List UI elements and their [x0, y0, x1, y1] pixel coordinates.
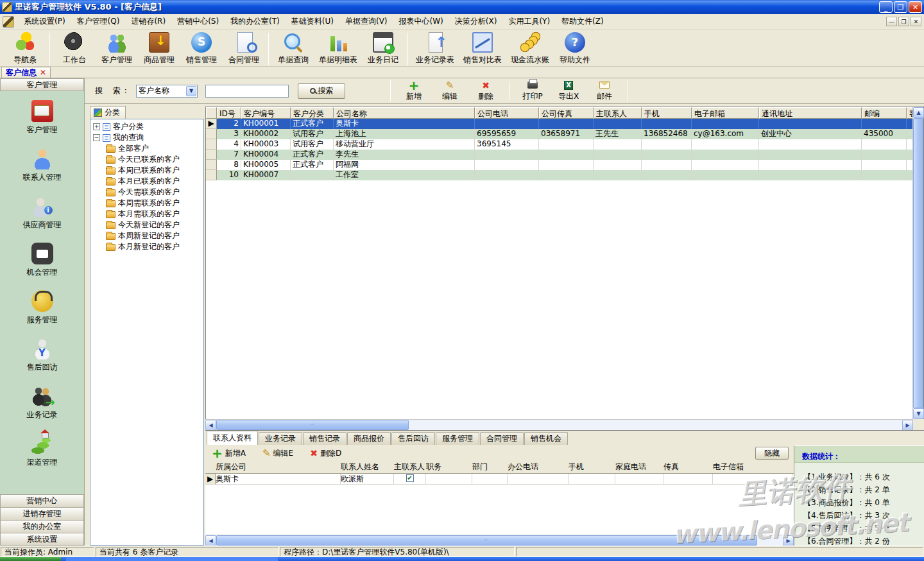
tree-leaf[interactable]: 本月需联系的客户	[92, 209, 202, 220]
scroll-down-icon[interactable]: ▼	[913, 408, 924, 419]
edit-contact-button[interactable]: ✎编辑E	[262, 447, 301, 459]
column-header[interactable]: 电子信箱	[713, 462, 792, 473]
tree-leaf[interactable]: 今天已联系的客户	[92, 154, 202, 165]
table-row[interactable]: 7KH00004正式客户李先生	[206, 150, 912, 160]
table-row[interactable]: ▶2KH00001正式客户奥斯卡	[206, 119, 912, 129]
sidebar-item-business-record[interactable]: 业务记录	[27, 385, 58, 420]
scrollbar-thumb[interactable]	[216, 535, 757, 546]
start-button[interactable]	[0, 557, 61, 561]
menu-item[interactable]: 实用工具(Y)	[502, 14, 556, 29]
column-header[interactable]: 主联系人	[594, 107, 642, 119]
sidebar-item-service-mgmt[interactable]: 服务管理	[27, 290, 58, 325]
restore-button[interactable]: ❐	[894, 1, 907, 13]
toolbar-button-cash-flow[interactable]: 现金流水账	[506, 32, 554, 65]
tree-leaf[interactable]: 本周已联系的客户	[92, 165, 202, 176]
menu-item[interactable]: 基础资料(U)	[286, 14, 339, 29]
column-header[interactable]: ID号	[217, 107, 241, 119]
mdi-close-button[interactable]: ✕	[911, 17, 921, 26]
menu-item[interactable]: 帮助文件(Z)	[556, 14, 610, 29]
tree-leaf[interactable]: 本周新登记的客户	[92, 230, 202, 241]
table-row[interactable]: ▶奥斯卡欧派斯✔	[205, 474, 794, 485]
toolbar-button-goods[interactable]: 商品管理	[138, 32, 180, 65]
horizontal-scrollbar[interactable]: ◀ ▶	[205, 419, 913, 430]
delete-contact-button[interactable]: ✖删除D	[310, 447, 349, 459]
delete-button[interactable]: ✖删除	[468, 80, 504, 102]
search-field-select[interactable]: 客户名称 ▼	[136, 85, 198, 98]
menu-item[interactable]: 营销中心(S)	[171, 14, 225, 29]
detail-tab-3[interactable]: 销售记录	[303, 432, 346, 445]
column-header[interactable]: 手机	[569, 462, 615, 473]
sidebar-item-channel-mgmt[interactable]: 渠道管理	[27, 433, 58, 468]
toolbar-button-doc-query[interactable]: 单据查询	[272, 32, 314, 65]
add-button[interactable]: +新增	[396, 80, 432, 102]
hide-button[interactable]: 隐藏	[755, 447, 789, 460]
column-header[interactable]: 联系人姓名	[341, 462, 394, 473]
add-contact-button[interactable]: +新增A	[212, 447, 253, 459]
column-header[interactable]: 办公电话	[508, 462, 569, 473]
tree-leaf[interactable]: 本月已联系的客户	[92, 176, 202, 187]
sidebar-item-after-sale-callback[interactable]: 售后回访	[27, 338, 58, 373]
table-row[interactable]: 10KH00007工作室	[206, 170, 912, 180]
detail-tab-5[interactable]: 售后回访	[391, 432, 435, 445]
horizontal-scrollbar[interactable]: ◀ ▶	[205, 535, 794, 546]
column-header[interactable]: 职务	[426, 462, 472, 473]
detail-tab-6[interactable]: 服务管理	[436, 432, 479, 445]
minimize-button[interactable]: _	[879, 1, 893, 13]
sidebar-group-button[interactable]: 我的办公室	[0, 520, 84, 533]
tree-leaf[interactable]: 全部客户	[92, 143, 202, 154]
sidebar-item-supplier-mgmt[interactable]: 供应商管理	[23, 195, 62, 230]
collapse-icon[interactable]: −	[93, 134, 100, 141]
export-button[interactable]: X导出X	[551, 80, 586, 102]
menu-item[interactable]: 单据查询(V)	[339, 14, 393, 29]
toolbar-button-contract[interactable]: 合同管理	[223, 32, 265, 65]
detail-tab-8[interactable]: 销售机会	[524, 432, 568, 445]
menu-item[interactable]: 我的办公室(T)	[225, 14, 286, 29]
menu-item[interactable]: 系统设置(P)	[18, 14, 71, 29]
column-header[interactable]: 客户编号	[241, 107, 291, 119]
detail-tab-2[interactable]: 业务记录	[259, 432, 302, 445]
column-header[interactable]: 传真	[663, 462, 713, 473]
sidebar-group-button[interactable]: 系统设置	[0, 533, 84, 546]
tree-leaf[interactable]: 今天新登记的客户	[92, 220, 202, 230]
column-header[interactable]: 手机	[642, 107, 692, 119]
toolbar-button-sales-compare[interactable]: 销售对比表	[459, 32, 506, 65]
table-row[interactable]: 8KH00005正式客户阿福网	[206, 160, 912, 170]
scroll-left-icon[interactable]: ◀	[205, 420, 216, 431]
column-header[interactable]: 所属公司	[216, 462, 341, 473]
column-header[interactable]: 公司电话	[475, 107, 539, 119]
tree-leaf[interactable]: 本周需联系的客户	[92, 198, 202, 209]
sidebar-group-button[interactable]: 进销存管理	[0, 507, 84, 520]
scroll-right-icon[interactable]: ▶	[783, 535, 794, 546]
tab-customer-info[interactable]: 客户信息 ✕	[1, 67, 51, 78]
detail-tab-7[interactable]: 合同管理	[480, 432, 524, 445]
column-header[interactable]: 客户分类	[291, 107, 334, 119]
toolbar-button-help[interactable]: 帮助文件	[554, 32, 596, 65]
menu-item[interactable]: 决策分析(X)	[449, 14, 503, 29]
scrollbar-thumb[interactable]	[216, 420, 409, 430]
toolbar-button-sales[interactable]: 销售管理	[180, 32, 223, 65]
detail-tab-4[interactable]: 商品报价	[347, 432, 391, 445]
tab-close-icon[interactable]: ✕	[40, 68, 46, 77]
toolbar-button-customer[interactable]: 客户管理	[96, 32, 138, 65]
column-header[interactable]: 公司传真	[539, 107, 594, 119]
close-button[interactable]: ✕	[909, 1, 922, 13]
toolbar-button-doc-detail[interactable]: 单据明细表	[314, 32, 362, 65]
sidebar-group-header[interactable]: 客户管理	[0, 78, 84, 91]
primary-contact-checkbox[interactable]: ✔	[406, 474, 414, 482]
sidebar-group-button[interactable]: 营销中心	[0, 494, 84, 507]
detail-tab-1[interactable]: 联系人资料	[207, 431, 258, 445]
taskbar-task-button[interactable]	[66, 557, 278, 561]
column-header[interactable]: 公司名称	[334, 107, 475, 119]
vertical-scrollbar[interactable]: ▲ ▼	[912, 107, 923, 419]
sidebar-item-customer-mgmt[interactable]: 客户管理	[27, 100, 58, 135]
chevron-down-icon[interactable]: ▼	[186, 86, 196, 96]
column-header[interactable]: 邮编	[862, 107, 907, 119]
column-header[interactable]: 家庭电话	[615, 462, 663, 473]
tree-node-customer-category[interactable]: + 客户分类	[92, 121, 202, 132]
mail-button[interactable]: 邮件	[586, 80, 622, 102]
menu-item[interactable]: 客户管理(Q)	[71, 14, 126, 29]
menu-item[interactable]: 进销存(R)	[125, 14, 171, 29]
search-input[interactable]	[205, 85, 289, 98]
sidebar-item-opportunity-mgmt[interactable]: 机会管理	[27, 243, 58, 278]
tree-leaf[interactable]: 今天需联系的客户	[92, 187, 202, 198]
